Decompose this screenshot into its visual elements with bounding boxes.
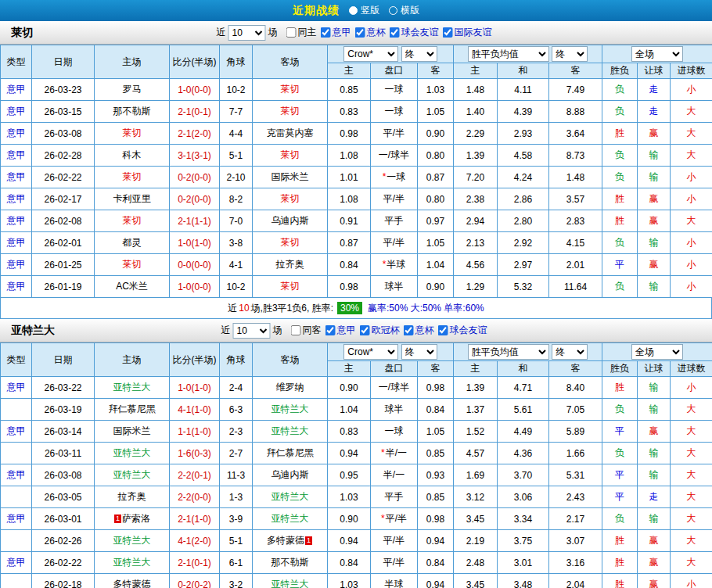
away-team-cell[interactable]: 乌迪内斯 — [253, 210, 328, 232]
home-team-cell[interactable]: 莱切 — [95, 167, 170, 188]
europe-odds-select[interactable]: 胜平负均值 — [468, 46, 549, 62]
league-type-badge: 意杯 — [1, 486, 32, 508]
away-team-cell[interactable]: 乌迪内斯 — [253, 464, 328, 486]
filter-checkbox[interactable]: 意杯 — [404, 324, 434, 337]
home-team-cell[interactable]: 国际米兰 — [95, 421, 170, 443]
match-score[interactable]: 4-1(2-0) — [170, 530, 220, 552]
away-team-cell[interactable]: 莱切 — [253, 232, 328, 254]
match-score[interactable]: 2-1(0-1) — [170, 101, 220, 123]
europe-final-select[interactable]: 终 — [552, 344, 588, 360]
home-team-cell[interactable]: 都灵 — [95, 232, 170, 254]
filter-checkbox[interactable]: 球会友谊 — [438, 324, 487, 337]
match-count-select[interactable]: 10 — [228, 25, 266, 41]
home-team-cell[interactable]: AC米兰 — [95, 276, 170, 298]
away-team-cell[interactable]: 莱切 — [253, 188, 328, 210]
filter-checkbox[interactable]: 欧冠杯 — [360, 324, 400, 337]
away-team-cell[interactable]: 亚特兰大 — [253, 574, 328, 588]
away-team-cell[interactable]: 那不勒斯 — [253, 552, 328, 574]
away-team-cell[interactable]: 莱切 — [253, 101, 328, 123]
match-score[interactable]: 4-1(1-0) — [170, 399, 220, 421]
away-team-cell[interactable]: 亚特兰大 — [253, 421, 328, 443]
filter-checkbox-input[interactable] — [443, 27, 453, 38]
match-score[interactable]: 0-2(0-0) — [170, 167, 220, 188]
match-score[interactable]: 3-1(3-1) — [170, 145, 220, 167]
layout-radio-horizontal[interactable]: 横版 — [389, 4, 419, 17]
home-team-cell[interactable]: 亚特兰大 — [95, 530, 170, 552]
match-score[interactable]: 2-2(0-0) — [170, 486, 220, 508]
filter-checkbox[interactable]: 意甲 — [325, 324, 356, 337]
home-team-cell[interactable]: 那不勒斯 — [95, 101, 170, 123]
away-team-cell[interactable]: 拉齐奥 — [253, 254, 328, 276]
europe-final-select[interactable]: 终 — [552, 46, 588, 62]
home-team-cell[interactable]: 拉齐奥 — [95, 486, 170, 508]
away-team-cell[interactable]: 国际米兰 — [253, 167, 328, 188]
away-team-cell[interactable]: 亚特兰大 — [253, 508, 328, 530]
handicap-line-text: 平/半 — [383, 127, 405, 138]
filter-checkbox[interactable]: 球会友谊 — [390, 26, 439, 39]
filter-checkbox-input[interactable] — [286, 27, 297, 38]
filter-checkbox[interactable]: 国际友谊 — [443, 26, 492, 39]
home-team-cell[interactable]: 莱切 — [95, 210, 170, 232]
match-score[interactable]: 0-2(0-0) — [170, 188, 220, 210]
home-team-cell[interactable]: 亚特兰大 — [95, 464, 170, 486]
away-team-cell[interactable]: 亚特兰大 — [253, 486, 328, 508]
match-score[interactable]: 1-0(0-0) — [170, 79, 220, 101]
match-date: 26-02-22 — [32, 167, 95, 188]
filter-checkbox[interactable]: 意甲 — [321, 26, 351, 39]
filter-checkbox[interactable]: 意杯 — [355, 26, 386, 39]
filter-checkbox-input[interactable] — [291, 325, 301, 335]
away-team-cell[interactable]: 多特蒙德1 — [253, 530, 328, 552]
filter-checkbox-input[interactable] — [438, 325, 448, 335]
match-score[interactable]: 1-0(0-0) — [170, 276, 220, 298]
scope-select[interactable]: 全场 — [631, 344, 683, 360]
home-team-cell[interactable]: 卡利亚里 — [95, 188, 170, 210]
match-score[interactable]: 2-1(2-0) — [170, 123, 220, 145]
filter-checkbox[interactable]: 同主 — [286, 26, 317, 39]
odds-company-select[interactable]: Crow* — [343, 46, 398, 62]
match-score[interactable]: 2-1(1-1) — [170, 210, 220, 232]
away-team-cell[interactable]: 克雷莫内塞 — [253, 123, 328, 145]
filter-checkbox-input[interactable] — [360, 325, 370, 335]
layout-radio-vertical[interactable]: 竖版 — [349, 4, 379, 17]
home-team-cell[interactable]: 亚特兰大 — [95, 552, 170, 574]
away-team-cell[interactable]: 莱切 — [253, 145, 328, 167]
odds-company-select[interactable]: Crow* — [343, 344, 398, 360]
away-team-cell[interactable]: 拜仁慕尼黑 — [253, 443, 328, 464]
filter-checkbox-input[interactable] — [390, 27, 400, 38]
match-score[interactable]: 2-2(0-1) — [170, 464, 220, 486]
home-team-cell[interactable]: 拜仁慕尼黑 — [95, 399, 170, 421]
filter-checkbox-input[interactable] — [355, 27, 365, 38]
match-score[interactable]: 1-1(1-0) — [170, 421, 220, 443]
match-score[interactable]: 2-1(1-0) — [170, 508, 220, 530]
europe-home-odds: 1.39 — [454, 145, 498, 167]
match-score[interactable]: 1-0(1-0) — [170, 232, 220, 254]
home-team-cell[interactable]: 亚特兰大 — [95, 377, 170, 399]
filter-checkbox-input[interactable] — [321, 27, 331, 38]
filter-checkbox-input[interactable] — [325, 325, 336, 335]
home-team-cell[interactable]: 罗马 — [95, 79, 170, 101]
away-team-cell[interactable]: 莱切 — [253, 79, 328, 101]
europe-odds-select[interactable]: 胜平负均值 — [468, 344, 549, 360]
away-team-cell[interactable]: 莱切 — [253, 276, 328, 298]
away-team-cell[interactable]: 维罗纳 — [253, 377, 328, 399]
match-score[interactable]: 1-6(0-3) — [170, 443, 220, 464]
home-team-cell[interactable]: 多特蒙德 — [95, 574, 170, 588]
match-count-select[interactable]: 10 — [233, 323, 271, 339]
home-team-cell[interactable]: 科木 — [95, 145, 170, 167]
match-score[interactable]: 0-2(0-2) — [170, 574, 220, 588]
match-score[interactable]: 0-0(0-0) — [170, 254, 220, 276]
odds-final-select[interactable]: 终 — [401, 46, 437, 62]
corner-score: 6-3 — [220, 399, 253, 421]
home-team-cell[interactable]: 亚特兰大 — [95, 443, 170, 464]
match-score[interactable]: 2-1(0-1) — [170, 552, 220, 574]
filter-checkbox[interactable]: 同客 — [291, 324, 322, 337]
home-team-cell[interactable]: 莱切 — [95, 123, 170, 145]
home-team-cell[interactable]: 1萨索洛 — [95, 508, 170, 530]
result-handicap: 输 — [638, 377, 671, 399]
scope-select[interactable]: 全场 — [631, 46, 683, 62]
match-score[interactable]: 1-0(1-0) — [170, 377, 220, 399]
away-team-cell[interactable]: 亚特兰大 — [253, 399, 328, 421]
filter-checkbox-input[interactable] — [404, 325, 414, 335]
odds-final-select[interactable]: 终 — [401, 344, 437, 360]
home-team-cell[interactable]: 莱切 — [95, 254, 170, 276]
